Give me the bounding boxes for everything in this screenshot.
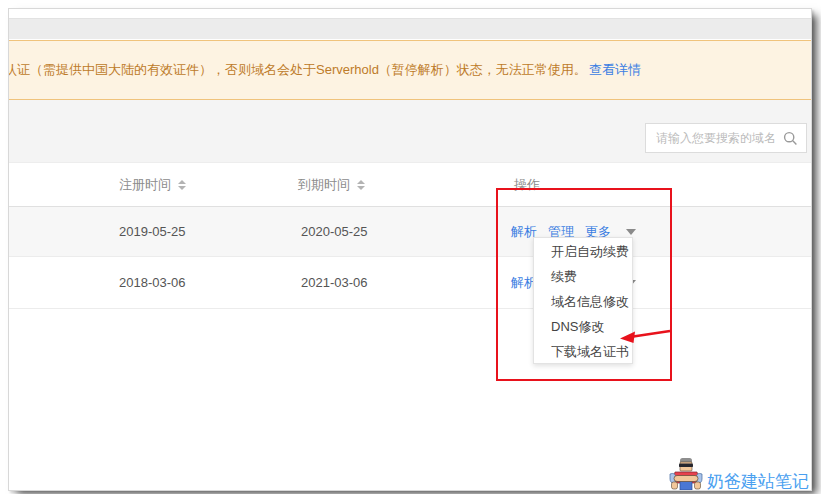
menu-item-edit-domain-info[interactable]: 域名信息修改 <box>534 289 632 314</box>
column-header-expire-time: 到期时间 <box>298 163 365 206</box>
watermark-text: 奶爸建站笔记 <box>707 470 809 491</box>
search-box[interactable] <box>645 123 807 153</box>
expire-date-cell: 2020-05-25 <box>301 207 368 256</box>
table-row: 2018-03-06 2021-03-06 解析 管理 更多 <box>9 257 811 309</box>
column-label: 注册时间 <box>119 176 171 194</box>
menu-item-renew[interactable]: 续费 <box>534 264 632 289</box>
notice-banner: 认证（需提供中国大陆的有效证件），否则域名会处于Serverhold（暂停解析）… <box>9 40 811 100</box>
menu-item-dns-modify[interactable]: DNS修改 <box>534 314 632 339</box>
more-dropdown-menu: 开启自动续费 续费 域名信息修改 DNS修改 下载域名证书 <box>533 237 633 364</box>
sort-icon[interactable] <box>178 180 186 190</box>
notice-text: 认证（需提供中国大陆的有效证件），否则域名会处于Serverhold（暂停解析）… <box>8 61 587 79</box>
menu-item-auto-renew[interactable]: 开启自动续费 <box>534 239 632 264</box>
expire-date-cell: 2021-03-06 <box>301 257 368 308</box>
column-label: 操作 <box>514 176 540 194</box>
domain-console-window: 认证（需提供中国大陆的有效证件），否则域名会处于Serverhold（暂停解析）… <box>8 8 812 491</box>
search-input[interactable] <box>646 131 783 145</box>
register-date-cell: 2018-03-06 <box>119 257 186 308</box>
top-white-strip <box>9 9 811 18</box>
menu-item-download-certificate[interactable]: 下载域名证书 <box>534 339 632 364</box>
table-row: 2019-05-25 2020-05-25 解析 管理 更多 <box>9 207 811 257</box>
column-label: 到期时间 <box>298 176 350 194</box>
table-header-row: 注册时间 到期时间 操作 <box>9 162 811 207</box>
toolbar <box>9 100 811 162</box>
watermark: 奶爸建站笔记 <box>667 458 809 491</box>
notice-detail-link[interactable]: 查看详情 <box>589 61 641 79</box>
register-date-cell: 2019-05-25 <box>119 207 186 256</box>
dad-avatar-icon <box>667 458 705 491</box>
search-icon[interactable] <box>783 131 798 146</box>
screenshot-root: 认证（需提供中国大陆的有效证件），否则域名会处于Serverhold（暂停解析）… <box>0 0 821 494</box>
top-gray-strip <box>9 18 811 39</box>
column-header-register-time: 注册时间 <box>119 163 186 206</box>
chevron-down-icon[interactable] <box>626 229 636 235</box>
sort-icon[interactable] <box>357 180 365 190</box>
column-header-operations: 操作 <box>514 163 540 206</box>
